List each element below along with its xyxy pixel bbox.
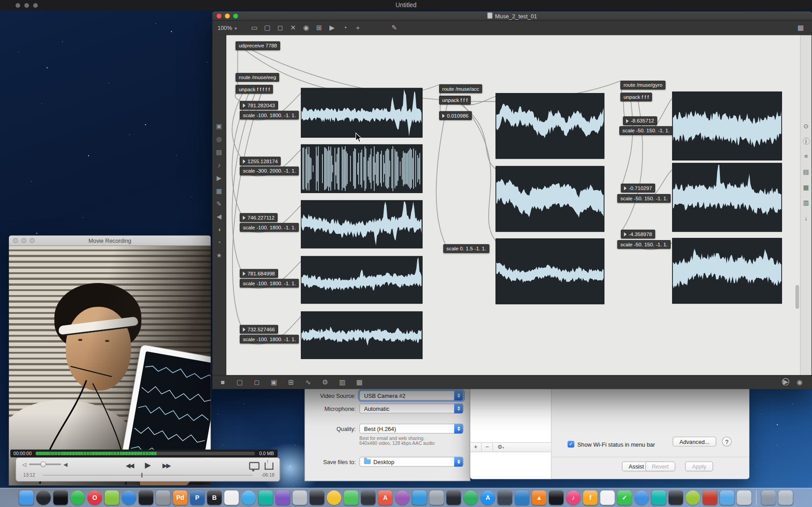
dock-photos-icon[interactable] (224, 490, 238, 505)
tools-icon[interactable]: ⚙ (321, 378, 330, 387)
number-box-eeg-2[interactable]: 1255.128174 (240, 157, 281, 166)
dock-icon-3[interactable] (53, 490, 68, 505)
lock-icon[interactable]: ■ (219, 378, 227, 387)
contrast-icon[interactable]: ◑ (215, 226, 224, 234)
dock-icon-15[interactable] (258, 490, 273, 505)
dock-appstore-icon[interactable]: A (481, 490, 495, 505)
dock-icon-39[interactable] (668, 490, 683, 505)
scope-eeg-5[interactable] (301, 312, 423, 359)
playbar-icon[interactable]: ▶ (328, 24, 336, 32)
object-box-icon[interactable]: ▭ (250, 24, 259, 32)
dock-icon-17[interactable] (292, 490, 307, 505)
reference-icon[interactable]: ▤ (802, 168, 810, 176)
scope-eeg-1[interactable] (301, 88, 423, 138)
dock-icon-37[interactable] (634, 490, 649, 505)
dock-downloads-icon[interactable] (761, 490, 775, 505)
scale-acc[interactable]: scale 0. 1.5 -1. 1. (443, 244, 489, 253)
dock-icon-11[interactable]: P (190, 490, 204, 505)
route-acc-object[interactable]: route /muse/acc (439, 84, 482, 93)
matrix-icon[interactable]: ▦ (355, 378, 364, 387)
dock-icon-16[interactable] (275, 490, 290, 505)
scale-eeg-5[interactable]: scale -100. 1800. -1. 1. (240, 335, 299, 344)
scale-gyro-1[interactable]: scale -50. 150. -1. 1. (619, 126, 672, 135)
dock-icon-29[interactable] (498, 490, 512, 505)
number-box-acc[interactable]: 0.010986 (439, 111, 472, 120)
wifi-menubar-checkbox[interactable]: ✓ (567, 441, 574, 448)
dock-icon-24[interactable] (412, 490, 427, 505)
console-icon[interactable]: ≡ (802, 152, 810, 161)
dock-icon-42[interactable] (720, 490, 734, 505)
object-palette-icon[interactable]: ▣ (215, 122, 224, 131)
microphone-popup[interactable]: Automatic (359, 404, 464, 414)
dock-icon-19[interactable] (327, 490, 341, 505)
scope-eeg-4[interactable] (301, 256, 423, 304)
scrubber[interactable] (43, 475, 253, 475)
save-destination-popup[interactable]: Desktop (359, 457, 464, 467)
unpack-acc-object[interactable]: unpack f f f (439, 96, 471, 105)
dock-finder-icon[interactable] (19, 490, 34, 505)
audio-icon[interactable]: ◎ (215, 135, 224, 144)
grid-view-icon[interactable]: ▦ (796, 24, 805, 32)
dock-icon-8[interactable] (139, 490, 153, 505)
dock-trash-icon[interactable] (778, 490, 793, 505)
rewind-button[interactable]: ◀◀ (126, 462, 133, 469)
service-actions-button[interactable]: ⚙▾ (493, 443, 509, 452)
dock-android-icon[interactable] (685, 490, 700, 505)
clear-icon[interactable]: ✕ (289, 24, 297, 32)
dock-icon-7[interactable] (122, 490, 136, 505)
help-button[interactable]: ? (722, 437, 732, 447)
dock-icon-27[interactable] (464, 490, 478, 505)
play-button[interactable]: ▶ (145, 461, 151, 469)
dock-icon-35[interactable] (600, 490, 614, 505)
remove-service-button[interactable]: − (482, 443, 493, 452)
zoom-icon[interactable]: ⊙ (802, 122, 810, 131)
add-object-icon[interactable]: + (354, 24, 362, 32)
scale-gyro-3[interactable]: scale -50. 150. -1. 1. (617, 240, 671, 249)
share-icon[interactable] (265, 462, 274, 469)
packages-icon[interactable]: ▥ (802, 199, 810, 207)
layers-icon[interactable]: ▣ (270, 378, 278, 387)
inspector-icon[interactable]: i (803, 138, 810, 145)
dock-vlc-icon[interactable]: ▲ (532, 490, 546, 505)
speaker-icon[interactable]: ◀ (215, 213, 224, 221)
quicktime-titlebar[interactable]: Movie Recording (9, 236, 211, 246)
dock-icon-6[interactable] (105, 490, 119, 505)
scope-eeg-3[interactable] (301, 200, 423, 249)
number-box-eeg-5[interactable]: 732.527466 (240, 325, 278, 334)
scale-eeg-3[interactable]: scale -100. 1800. -1. 1. (240, 223, 299, 232)
scale-eeg-1[interactable]: scale -100. 1800. -1. 1. (240, 111, 299, 120)
add-service-button[interactable]: + (470, 443, 482, 452)
scope-acc-1[interactable] (495, 93, 604, 159)
favorites-icon[interactable]: ★ (215, 251, 224, 260)
display-output-icon[interactable] (249, 462, 259, 469)
zoom-level-control[interactable]: 100% ▼ (217, 25, 237, 31)
audio-on-icon[interactable]: ◉ (795, 378, 804, 387)
run-icon[interactable]: ▶ (782, 378, 789, 385)
snippets-icon[interactable]: ▦ (802, 183, 810, 192)
dock-icon-9[interactable] (156, 490, 170, 505)
scope-acc-2[interactable] (495, 166, 604, 232)
scope-gyro-3[interactable] (672, 238, 782, 304)
dock-pd-icon[interactable]: Pd (173, 490, 187, 505)
dock-music-icon[interactable]: ♪ (566, 490, 580, 505)
dock-icon-22[interactable]: A (378, 490, 392, 505)
number-box-gyro-2[interactable]: -0.710297 (621, 184, 655, 193)
scale-eeg-4[interactable]: scale -100. 1800. -1. 1. (240, 279, 299, 288)
scope-acc-3[interactable] (495, 238, 604, 304)
dock-icon-12[interactable]: B (207, 490, 221, 505)
network-services-list[interactable]: + − ⚙▾ (470, 385, 552, 479)
unpack-eeg-object[interactable]: unpack f f f f f (236, 85, 273, 94)
udpreceive-object[interactable]: udpreceive 7788 (236, 42, 280, 51)
sequencing-icon[interactable]: ▶ (215, 174, 224, 182)
message-box-icon[interactable]: ▢ (263, 24, 271, 32)
dock-icon-25[interactable] (429, 490, 444, 505)
quality-popup[interactable]: Best (H.264) (359, 424, 464, 434)
interface-icon[interactable]: ▤ (215, 148, 224, 156)
button-icon[interactable]: ◉ (302, 24, 310, 32)
dock-opera-icon[interactable]: O (88, 490, 102, 505)
dock-icon-30[interactable] (515, 490, 529, 505)
dock-icon-36[interactable]: ✓ (617, 490, 632, 505)
dock-icon-20[interactable] (344, 490, 358, 505)
dock-icon-4[interactable] (71, 490, 85, 505)
images-icon[interactable]: ▦ (215, 187, 224, 195)
